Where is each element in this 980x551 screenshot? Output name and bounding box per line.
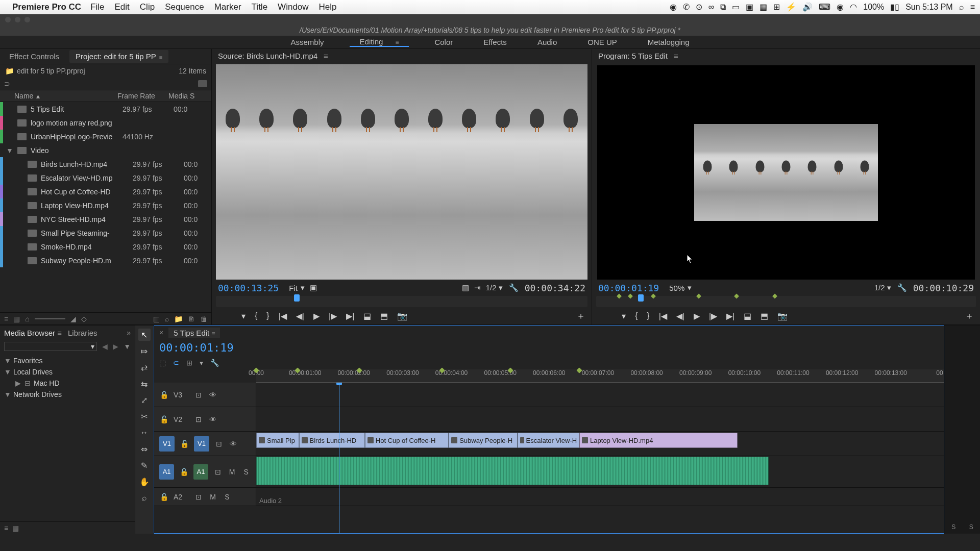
v3-sync-icon[interactable]: ⊡ xyxy=(194,391,203,399)
tl-nest-icon[interactable]: ⬚ xyxy=(159,359,166,367)
audio-meter[interactable]: SS xyxy=(944,325,980,534)
project-item[interactable]: 5 Tips Edit29.97 fps00:0 xyxy=(0,102,211,116)
v1-source-target[interactable]: V1 xyxy=(159,436,175,452)
a2-sync-icon[interactable]: ⊡ xyxy=(194,493,203,501)
spotlight-icon[interactable]: ⌕ xyxy=(959,3,964,12)
v2-lock-icon[interactable]: 🔓 xyxy=(159,415,168,423)
tl-wrench-icon[interactable]: 🔧 xyxy=(210,359,219,367)
search-bin-icon[interactable]: ⌕ xyxy=(165,315,169,323)
mark-out-button[interactable]: } xyxy=(266,311,269,320)
program-scrubber[interactable] xyxy=(596,296,976,307)
workspace-metalogging[interactable]: Metalogging xyxy=(643,38,695,46)
v2-eye-icon[interactable]: 👁 xyxy=(208,415,217,423)
lift-button[interactable]: ⬓ xyxy=(744,311,751,321)
maximize-window-button[interactable] xyxy=(24,17,30,22)
prog-button-editor-icon[interactable]: ＋ xyxy=(965,310,974,322)
selection-tool[interactable]: ↖ xyxy=(138,329,151,341)
menu-clip[interactable]: Clip xyxy=(140,2,155,12)
dropbox-icon[interactable]: ⧉ xyxy=(720,3,726,12)
a1-source-target[interactable]: A1 xyxy=(159,464,174,480)
step-forward-button[interactable]: |▶ xyxy=(329,311,337,321)
source-wrench-icon[interactable]: 🔧 xyxy=(509,283,519,292)
col-media-start[interactable]: Media S xyxy=(168,92,211,100)
tray-icon-1[interactable]: ▣ xyxy=(746,2,753,12)
a1-solo-button[interactable]: S xyxy=(241,468,251,476)
prog-go-to-in-button[interactable]: |◀ xyxy=(659,311,667,321)
tl-marker-icon[interactable]: ▾ xyxy=(200,359,203,367)
a2-mute-button[interactable]: M xyxy=(208,493,217,501)
video-clip[interactable]: Escalator View-H xyxy=(518,433,579,448)
tab-effect-controls[interactable]: Effect Controls xyxy=(3,50,65,63)
a2-lock-icon[interactable]: 🔓 xyxy=(159,493,168,501)
source-panel-menu-icon[interactable]: ≡ xyxy=(324,52,328,60)
razor-tool[interactable]: ✂ xyxy=(138,410,151,422)
v3-eye-icon[interactable]: 👁 xyxy=(208,391,217,399)
find-icon[interactable]: ▥ xyxy=(153,315,160,323)
go-to-in-button[interactable]: |◀ xyxy=(279,311,287,321)
freeform-view-icon[interactable]: ⌂ xyxy=(25,315,29,323)
wifi2-icon[interactable]: ◠ xyxy=(850,2,857,12)
display-icon[interactable]: ▭ xyxy=(732,2,740,12)
a1-mute-button[interactable]: M xyxy=(228,468,237,476)
mb-back-icon[interactable]: ◀ xyxy=(102,342,108,350)
prog-mark-in-button[interactable]: { xyxy=(635,311,638,320)
overwrite-button[interactable]: ⬒ xyxy=(380,311,388,321)
safe-margins-icon[interactable]: ▥ xyxy=(462,283,469,292)
video-clip[interactable]: Small Pip xyxy=(256,433,299,448)
program-video-view[interactable] xyxy=(597,65,975,280)
ripple-edit-tool[interactable]: ⇄ xyxy=(138,361,151,373)
pen-tool[interactable]: ✎ xyxy=(138,459,151,471)
v1-eye-icon[interactable]: 👁 xyxy=(229,440,238,448)
menu-file[interactable]: File xyxy=(90,2,104,12)
tl-linked-icon[interactable]: ⊞ xyxy=(186,359,192,367)
tree-item[interactable]: ▶⊟Mac HD xyxy=(4,378,131,389)
project-item[interactable]: ▼Video xyxy=(0,143,211,157)
menu-marker[interactable]: Marker xyxy=(214,2,241,12)
list-view-icon[interactable]: ≡ xyxy=(4,315,8,323)
extract-button[interactable]: ⬒ xyxy=(761,311,768,321)
tree-item[interactable]: ▼Favorites xyxy=(4,355,131,366)
project-item-list[interactable]: 5 Tips Edit29.97 fps00:0logo motion arra… xyxy=(0,102,211,312)
prog-play-button[interactable]: ▶ xyxy=(694,311,700,321)
new-item-icon[interactable]: 🗎 xyxy=(188,315,195,323)
a1-track-target[interactable]: A1 xyxy=(193,464,208,480)
prog-step-back-button[interactable]: ◀| xyxy=(676,311,684,321)
auto-icon[interactable]: ◇ xyxy=(81,315,87,323)
mb-forward-icon[interactable]: ▶ xyxy=(113,342,118,350)
mb-dropdown[interactable]: ▾ xyxy=(4,342,97,351)
program-wrench-icon[interactable]: 🔧 xyxy=(897,283,907,292)
tl-snap-icon[interactable]: ⊂ xyxy=(173,359,179,367)
workspace-audio[interactable]: Audio xyxy=(532,38,562,46)
workspace-assembly[interactable]: Assembly xyxy=(286,38,329,46)
source-timecode-in[interactable]: 00:00:13:25 xyxy=(218,283,279,293)
mb-thumb-view-icon[interactable]: ▦ xyxy=(12,524,19,532)
tray-icon-2[interactable]: ▦ xyxy=(760,2,767,12)
project-item[interactable]: Hot Cup of Coffee-HD29.97 fps00:0 xyxy=(0,185,211,198)
project-item[interactable]: UrbanHipHopLogo-Previe44100 Hz xyxy=(0,130,211,143)
source-resolution-dropdown[interactable]: 1/2 ▾ xyxy=(486,283,503,292)
tab-project[interactable]: Project: edit for 5 tip PP≡ xyxy=(69,50,168,63)
v1-sync-icon[interactable]: ⊡ xyxy=(214,440,224,448)
slide-tool[interactable]: ⇔ xyxy=(138,443,151,455)
app-name[interactable]: Premiere Pro CC xyxy=(12,2,81,12)
prog-export-frame-button[interactable]: 📷 xyxy=(777,311,788,321)
step-back-button[interactable]: ◀| xyxy=(296,311,304,321)
source-scrubber[interactable] xyxy=(216,296,587,307)
mb-list-view-icon[interactable]: ≡ xyxy=(4,524,8,532)
timeline-timecode[interactable]: 00:00:01:19 xyxy=(154,339,944,356)
a2-solo-button[interactable]: S xyxy=(223,493,232,501)
media-browser-tree[interactable]: ▼Favorites▼Local Drives▶⊟Mac HD▼Network … xyxy=(0,353,135,402)
icon-view-icon[interactable]: ▦ xyxy=(13,315,20,323)
delete-icon[interactable]: 🗑 xyxy=(200,315,207,323)
project-item[interactable]: Subway People-HD.m29.97 fps00:0 xyxy=(0,254,211,267)
collapse-panel-icon[interactable]: » xyxy=(127,329,131,337)
source-out-icon[interactable]: ⇥ xyxy=(474,283,481,292)
go-to-out-button[interactable]: ▶| xyxy=(346,311,354,321)
menu-edit[interactable]: Edit xyxy=(115,2,130,12)
new-bin-icon[interactable]: 📁 xyxy=(174,315,183,323)
workspace-editing[interactable]: Editing≡ xyxy=(350,37,409,47)
timeline-ruler[interactable]: 00:0000:00:01:0000:00:02:0000:00:03:0000… xyxy=(256,369,944,383)
record-icon[interactable]: ◉ xyxy=(670,2,677,12)
program-panel-menu-icon[interactable]: ≡ xyxy=(674,52,678,60)
project-item[interactable]: Smoke-HD.mp429.97 fps00:0 xyxy=(0,240,211,254)
